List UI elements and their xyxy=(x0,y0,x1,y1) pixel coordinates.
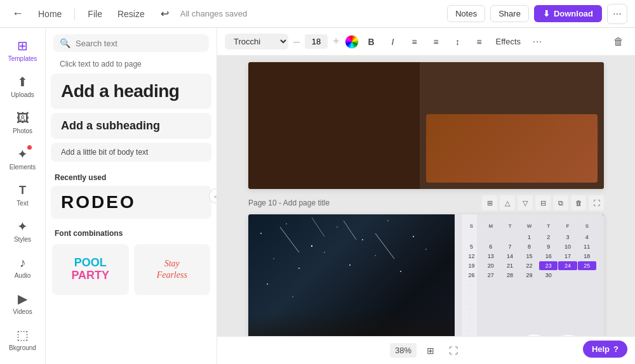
sidebar-item-background[interactable]: ⬚ Bkground xyxy=(4,322,42,357)
svg-point-11 xyxy=(375,255,376,256)
pool-party-text: POOL PARTY xyxy=(71,257,109,282)
nav-sep1 xyxy=(74,8,75,20)
big-number: 09 xyxy=(515,322,585,336)
download-icon: ⬇ xyxy=(543,9,550,18)
nav-home[interactable]: Home xyxy=(33,6,67,22)
pool-party-combo[interactable]: POOL PARTY xyxy=(52,244,129,295)
back-button[interactable]: ← xyxy=(8,4,28,24)
pool-text: POOL xyxy=(71,257,109,270)
sidebar-item-audio[interactable]: ♪ Audio xyxy=(4,250,42,285)
font-family-select[interactable]: Trocchi xyxy=(225,34,288,49)
add-heading-button[interactable]: Add a heading xyxy=(51,74,211,109)
rodeo-text[interactable]: RODEO xyxy=(51,186,211,219)
page9-left xyxy=(248,62,420,189)
svg-point-2 xyxy=(311,245,312,247)
bold-button[interactable]: B xyxy=(363,33,380,51)
page9-right xyxy=(420,62,604,189)
svg-point-7 xyxy=(273,258,274,259)
align-center-button[interactable]: ≡ xyxy=(427,33,445,51)
search-icon: 🔍 xyxy=(60,38,70,48)
sidebar-item-styles[interactable]: ✦ Styles xyxy=(4,214,42,249)
effects-button[interactable]: Effects xyxy=(492,34,525,49)
svg-point-9 xyxy=(324,252,325,253)
stay-fearless-combo[interactable]: StayFearless xyxy=(134,244,211,295)
page10-up-btn[interactable]: △ xyxy=(500,195,515,211)
svg-point-14 xyxy=(267,283,268,285)
canvas-area: Page 10 - Add page title ⊞ △ ▽ ⊟ ⧉ 🗑 ⛶ xyxy=(217,56,635,364)
background-icon: ⬚ xyxy=(15,327,30,342)
svg-line-17 xyxy=(344,221,356,240)
mountain xyxy=(248,313,462,336)
color-picker[interactable] xyxy=(345,35,359,49)
uploads-label: Uploads xyxy=(11,91,34,99)
canvas-bottom-toolbar: 38% ⊞ ⛶ Help ? xyxy=(217,336,635,364)
download-button[interactable]: ⬇ Download xyxy=(534,5,602,22)
svg-point-0 xyxy=(260,233,262,234)
recently-used-title: Recently used xyxy=(51,168,211,186)
nav-resize[interactable]: Resize xyxy=(112,6,150,22)
font-size-input[interactable] xyxy=(305,34,328,49)
text-label: Text xyxy=(17,200,28,207)
toolbar: Trocchi – + B I ≡ ≡ ↕ ≡ Effects ··· 🗑 xyxy=(217,28,635,56)
svg-point-15 xyxy=(292,296,293,297)
toolbar-more-button[interactable]: ··· xyxy=(528,33,546,51)
page10-canvas[interactable]: SEPTEMBER 2021 SMTWTFS 12345678910111213… xyxy=(248,214,604,336)
svg-point-12 xyxy=(400,271,401,272)
page10-view-btn[interactable]: ⊞ xyxy=(482,195,497,211)
delete-button[interactable]: 🗑 xyxy=(610,33,627,51)
page10-section: Page 10 - Add page title ⊞ △ ▽ ⊟ ⧉ 🗑 ⛶ xyxy=(248,195,604,336)
add-body-button[interactable]: Add a little bit of body text xyxy=(51,143,211,162)
elements-label: Elements xyxy=(10,164,36,171)
notes-button[interactable]: Notes xyxy=(447,5,485,22)
sidebar-item-uploads[interactable]: ⬆ Uploads xyxy=(4,69,42,104)
sidebar-item-elements[interactable]: ✦ Elements xyxy=(4,141,42,176)
sidebar-item-templates[interactable]: ⊞ Templates xyxy=(4,33,42,68)
navbar: ← Home File Resize ↩ All changes saved N… xyxy=(0,0,635,28)
page10-expand-btn[interactable]: ⊟ xyxy=(535,195,551,211)
expand-button[interactable]: ⛶ xyxy=(444,342,462,360)
zoom-display[interactable]: 38% xyxy=(390,343,417,358)
uploads-icon: ⬆ xyxy=(15,74,30,89)
svg-point-6 xyxy=(413,236,414,237)
starry-sky xyxy=(248,214,462,336)
sidebar-item-text[interactable]: T Text xyxy=(4,178,42,212)
page9-image xyxy=(426,114,598,183)
text-icon: T xyxy=(15,183,30,198)
undo-button[interactable]: ↩ xyxy=(155,4,175,24)
spacing-button[interactable]: ↕ xyxy=(449,33,467,51)
sidebar-content: Click text to add to page Add a heading … xyxy=(46,58,217,364)
svg-point-3 xyxy=(337,226,338,228)
nav-file[interactable]: File xyxy=(83,6,107,22)
help-button[interactable]: Help ? xyxy=(583,341,627,358)
page9-canvas[interactable] xyxy=(248,62,604,189)
download-label: Download xyxy=(554,9,593,18)
search-bar: 🔍 xyxy=(53,34,209,52)
page10-down-btn[interactable]: ▽ xyxy=(518,195,533,211)
search-input[interactable] xyxy=(76,39,203,48)
align-left-button[interactable]: ≡ xyxy=(406,33,424,51)
cal-grid: 1234567891011121314151617181920212223242… xyxy=(462,233,596,280)
add-subheading-button[interactable]: Add a subheading xyxy=(51,113,211,139)
audio-icon: ♪ xyxy=(15,255,30,270)
svg-point-8 xyxy=(298,268,300,269)
page10-fullscreen-btn[interactable]: ⛶ xyxy=(589,195,604,211)
svg-point-5 xyxy=(387,220,389,221)
sidebar-item-photos[interactable]: 🖼 Photos xyxy=(4,105,42,140)
templates-label: Templates xyxy=(8,55,37,63)
help-icon: ? xyxy=(613,344,618,354)
svg-point-10 xyxy=(349,264,351,266)
templates-icon: ⊞ xyxy=(15,38,30,53)
italic-button[interactable]: I xyxy=(384,33,402,51)
videos-label: Videos xyxy=(13,308,32,316)
videos-icon: ▶ xyxy=(15,291,30,306)
list-button[interactable]: ≡ xyxy=(471,33,488,51)
page10-copy-btn[interactable]: ⧉ xyxy=(553,195,568,211)
cal-header: SMTWTFS xyxy=(462,222,596,230)
share-button[interactable]: Share xyxy=(490,5,529,22)
grid-view-button[interactable]: ⊞ xyxy=(422,342,439,360)
font-combos: POOL PARTY StayFearless xyxy=(51,242,211,297)
nav-more-button[interactable]: ··· xyxy=(607,4,627,24)
stay-fearless-text: StayFearless xyxy=(157,258,187,281)
sidebar-item-videos[interactable]: ▶ Videos xyxy=(4,286,42,321)
page10-delete-btn[interactable]: 🗑 xyxy=(571,195,586,211)
